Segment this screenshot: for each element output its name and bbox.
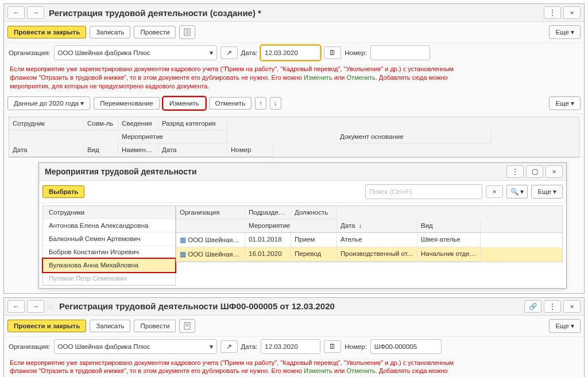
col-info: Сведения [118,117,158,130]
move-down-icon[interactable]: ↓ [270,97,281,110]
popup-more-button[interactable]: Еще [531,185,563,199]
post-close-button[interactable]: Провести и закрыть [7,26,86,38]
window-title: Регистрация трудовой деятельности (созда… [49,8,261,18]
org-label: Организация: [9,49,51,56]
top-window: ← → Регистрация трудовой деятельности (с… [3,3,585,294]
date-label: Дата: [241,49,258,56]
org-combo[interactable]: ООО Швейная фабрика Плюс [54,339,217,354]
more-button[interactable]: Еще [549,25,581,39]
calendar-icon[interactable]: 🗓 [324,46,341,59]
org-open-icon[interactable]: ↗ [220,46,238,59]
col-docdate: Дата [158,143,227,157]
org-open-icon[interactable]: ↗ [220,340,238,353]
col-dept: Подразделение [245,206,291,219]
emp-header: Сотрудники [43,206,175,219]
col-category: Разряд категория [158,117,227,130]
report-icon[interactable] [179,319,195,333]
date-input[interactable]: 12.03.2020 [261,45,320,60]
title-bar: ← → Регистрация трудовой деятельности (с… [4,4,584,22]
save-button[interactable]: Записать [90,26,130,38]
col-kind: Вид [84,143,118,157]
number-input[interactable]: ШФ00-000005 [370,339,442,354]
col-evkind: Вид [417,219,481,232]
nav-back-button[interactable]: ← [7,6,25,19]
post-button[interactable]: Провести [134,26,176,38]
table-more-button[interactable]: Еще [549,96,581,110]
col-event: Мероприятие [118,130,227,143]
nav-forward-button[interactable]: → [27,300,44,313]
tb-data-button[interactable]: Данные до 2020 года [7,96,90,110]
search-icon[interactable]: 🔍 ▾ [506,185,528,199]
col-doc: Документ основание [336,130,492,143]
tb-change-button[interactable]: Изменить [163,97,206,110]
col-sovm: Совм-ль [84,117,118,130]
save-button[interactable]: Записать [90,320,130,332]
popup-menu-icon[interactable]: ⋮ [506,165,524,178]
close-icon[interactable]: × [563,300,581,313]
main-toolbar: Провести и закрыть Записать Провести Еще [4,22,584,43]
star-icon[interactable]: ☆ [47,301,55,312]
post-button[interactable]: Провести [134,320,176,332]
org-label: Организация: [9,343,51,350]
select-button[interactable]: Выбрать [42,185,84,198]
list-item[interactable]: Бобров Константин Игоревич [43,246,175,259]
info-change-link[interactable]: Изменить [304,74,332,81]
table-toolbar: Данные до 2020 года Переименование Измен… [4,93,584,114]
number-label: Номер: [345,343,367,350]
date-label: Дата: [241,343,258,350]
popup-close-icon[interactable]: × [546,165,563,178]
info-cancel-link[interactable]: Отменить [346,367,375,374]
list-item[interactable]: Антонова Елена Александровна [43,219,175,232]
number-input[interactable] [370,45,430,60]
org-combo[interactable]: ООО Швейная фабрика Плюс [54,45,217,60]
form-row: Организация: ООО Швейная фабрика Плюс ↗ … [4,43,584,63]
search-clear-icon[interactable]: × [486,185,503,198]
window-title: Регистрация трудовой деятельности ШФ00-0… [59,301,335,311]
col-evdate: Дата ↓ [337,219,417,232]
menu-icon[interactable]: ⋮ [544,6,561,19]
col-employee: Сотрудник [9,117,84,130]
bottom-window: ← → ☆ Регистрация трудовой деятельности … [3,297,585,377]
employees-list: Сотрудники Антонова Елена Александровна … [42,205,176,286]
info-cancel-link[interactable]: Отменить [346,74,375,81]
table-row-selected[interactable]: ▦ ООО Швейная фа... 16.01.2020 Перевод П… [176,247,562,262]
list-item-selected[interactable]: Вулканова Анна Михайловна [43,259,175,272]
list-item[interactable]: Пулзкое Петр Семенович [43,272,175,285]
nav-back-button[interactable]: ← [7,300,25,313]
col-pos: Должность [291,206,337,219]
search-input[interactable]: Поиск (Ctrl+F) [365,184,482,199]
info-text: Если мероприятие уже зарегистрировано до… [4,63,584,93]
more-button[interactable]: Еще [549,319,581,333]
popup-title: Мероприятия трудовой деятельности [45,167,196,176]
nav-forward-button[interactable]: → [27,6,44,19]
list-item[interactable]: Балконный Семен Артемович [43,232,175,246]
events-popup: Мероприятия трудовой деятельности ⋮ ▢ × … [38,162,567,289]
col-event: Мероприятие [245,219,337,232]
move-up-icon[interactable]: ↑ [255,97,266,110]
tb-rename-button[interactable]: Переименование [94,97,159,110]
post-close-button[interactable]: Провести и закрыть [7,320,86,332]
info-change-link[interactable]: Изменить [304,367,332,374]
number-label: Номер: [345,49,367,56]
tb-cancel-button[interactable]: Отменить [209,97,252,110]
report-icon[interactable] [179,25,195,39]
col-docnum: Номер [227,143,273,157]
link-icon[interactable]: 🔗 [524,300,541,313]
close-icon[interactable]: × [563,6,581,19]
col-org: Организация [176,206,245,219]
table-row[interactable]: ▦ ООО Швейная фа... 01.01.2018 Прием Ате… [176,233,562,247]
popup-window-icon[interactable]: ▢ [526,165,543,178]
menu-icon[interactable]: ⋮ [544,300,561,313]
events-table: Сотрудник Совм-ль Мероприятие Сведения Р… [9,116,579,158]
col-docname: Наименование [118,143,158,157]
col-date: Дата [9,143,84,157]
date-input[interactable]: 12.03.2020 [261,339,320,354]
calendar-icon[interactable]: 🗓 [324,340,341,353]
info-text: Если мероприятие уже зарегистрировано до… [4,356,584,377]
